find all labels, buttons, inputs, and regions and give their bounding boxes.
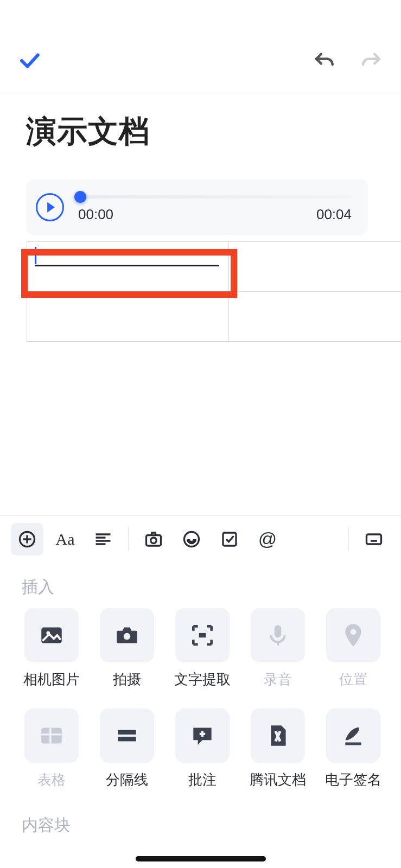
- tencent-doc-icon: [264, 722, 291, 749]
- check-icon: [18, 49, 41, 72]
- insert-panel: 插入 相机图片 拍摄 文字提取 录音 位置 表格 分隔线: [0, 562, 401, 868]
- mic-icon: [264, 622, 291, 649]
- table-cell[interactable]: [27, 292, 229, 342]
- insert-item-note[interactable]: 批注: [173, 709, 232, 789]
- svg-point-11: [350, 629, 356, 635]
- section-title-block: 内容块: [22, 814, 383, 837]
- at-icon: @: [258, 528, 277, 550]
- svg-rect-14: [118, 737, 136, 741]
- toolbar-divider: [348, 527, 349, 551]
- svg-rect-10: [274, 625, 281, 637]
- undo-icon: [313, 49, 335, 72]
- redo-button: [359, 48, 385, 74]
- font-button[interactable]: Aa: [49, 523, 81, 556]
- insert-item-label: 录音: [264, 670, 292, 689]
- table-cell[interactable]: [229, 242, 402, 292]
- align-button[interactable]: [87, 523, 119, 556]
- insert-item-label: 相机图片: [23, 670, 80, 689]
- audio-player: 00:00 00:04: [26, 180, 368, 235]
- svg-rect-5: [367, 534, 381, 544]
- insert-item-shoot[interactable]: 拍摄: [97, 608, 156, 689]
- font-icon: Aa: [56, 530, 75, 548]
- svg-rect-15: [345, 743, 361, 745]
- audio-progress-thumb[interactable]: [74, 191, 86, 203]
- svg-rect-4: [223, 533, 236, 546]
- image-icon: [38, 622, 65, 649]
- insert-item-label: 批注: [188, 770, 217, 789]
- insert-item-label: 腾讯文档: [250, 770, 306, 789]
- play-button[interactable]: [36, 193, 64, 221]
- header: [0, 0, 401, 92]
- table-cell[interactable]: [229, 292, 402, 342]
- insert-item-label: 分隔线: [106, 770, 148, 789]
- document-title[interactable]: 演示文档: [26, 111, 401, 152]
- insert-item-ocr[interactable]: 文字提取: [173, 608, 232, 689]
- keyboard-button[interactable]: [358, 523, 390, 556]
- svg-point-8: [123, 633, 130, 640]
- insert-item-image[interactable]: 相机图片: [22, 608, 81, 689]
- signature-icon: [340, 722, 367, 749]
- mention-button[interactable]: @: [251, 523, 284, 556]
- insert-button[interactable]: [11, 523, 43, 556]
- table-icon: [38, 722, 65, 749]
- svg-rect-9: [199, 633, 206, 637]
- insert-item-tencent-doc[interactable]: 腾讯文档: [248, 709, 307, 789]
- redo-icon: [360, 49, 383, 72]
- insert-item-label: 位置: [339, 670, 367, 689]
- voice-circle-icon: [182, 529, 201, 549]
- svg-point-3: [184, 532, 199, 546]
- camera-fill-icon: [113, 622, 141, 649]
- audio-current-time: 00:00: [78, 206, 113, 223]
- divider-icon: [113, 722, 141, 749]
- section-title-insert: 插入: [22, 576, 383, 598]
- comment-plus-icon: [189, 722, 216, 749]
- home-indicator[interactable]: [136, 856, 266, 861]
- insert-item-location: 位置: [323, 608, 383, 689]
- insert-item-label: 拍摄: [113, 670, 141, 689]
- align-left-icon: [93, 529, 113, 549]
- plus-circle-icon: [17, 529, 37, 549]
- text-cursor: [35, 247, 36, 264]
- play-icon: [46, 201, 56, 213]
- scan-icon: [189, 622, 216, 649]
- table-block[interactable]: [27, 241, 401, 342]
- insert-item-label: 表格: [37, 770, 66, 789]
- document-area[interactable]: 演示文档 00:00 00:04: [0, 92, 401, 342]
- toolbar-divider: [128, 527, 129, 551]
- confirm-button[interactable]: [16, 48, 42, 74]
- audio-total-time: 00:04: [316, 206, 352, 223]
- checkbox-button[interactable]: [213, 523, 246, 556]
- insert-item-label: 电子签名: [325, 770, 381, 789]
- insert-item-table: 表格: [22, 709, 81, 789]
- cell-underline: [35, 265, 219, 266]
- insert-item-divider[interactable]: 分隔线: [97, 709, 156, 789]
- camera-icon: [144, 529, 163, 549]
- table-cell[interactable]: [27, 242, 229, 292]
- keyboard-icon: [364, 529, 384, 549]
- insert-item-record: 录音: [248, 608, 307, 689]
- svg-rect-12: [41, 727, 62, 743]
- insert-item-label: 文字提取: [174, 670, 231, 689]
- checkbox-icon: [220, 529, 239, 549]
- editor-toolbar: Aa @: [0, 515, 401, 562]
- location-icon: [340, 622, 367, 649]
- camera-button[interactable]: [137, 523, 170, 556]
- svg-point-2: [151, 538, 157, 544]
- undo-button[interactable]: [311, 48, 337, 74]
- insert-item-sign[interactable]: 电子签名: [323, 709, 383, 789]
- svg-rect-13: [118, 730, 136, 735]
- audio-progress-track[interactable]: [80, 195, 352, 199]
- voice-button[interactable]: [175, 523, 208, 556]
